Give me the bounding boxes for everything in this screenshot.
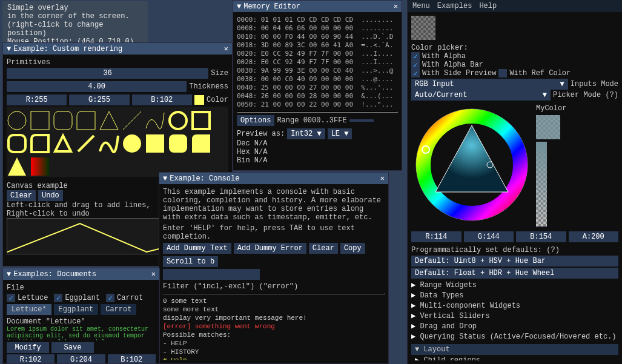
goto-addr-input[interactable] [349, 119, 374, 122]
a-slider[interactable]: A:200 [569, 231, 619, 242]
console-line: display very important message here! [163, 314, 385, 322]
tree-data-types[interactable]: Data Types [411, 290, 618, 300]
window-documents: ▼Examples: Documents ✕ File LettuceEggpl… [2, 268, 160, 364]
chevron-down-icon: ▼ [415, 345, 423, 354]
g-slider[interactable]: G:144 [464, 231, 514, 242]
titlebar-memory-editor[interactable]: ▼Memory Editor ✕ [233, 1, 402, 12]
save-button[interactable]: Save [51, 342, 94, 353]
prog-defaults-label: Programmatically set defaults: (?) [411, 246, 618, 254]
titlebar-console[interactable]: ▼Example: Console ✕ [159, 173, 388, 184]
svg-rect-6 [31, 111, 49, 130]
svg-line-9 [123, 111, 141, 130]
chk-with-alpha-bar[interactable] [411, 61, 420, 69]
default-uint8-button[interactable]: Default: Uint8 + HSV + Hue Bar [411, 256, 618, 266]
console-help-line: Enter 'HELP' for help, press TAB to use … [163, 224, 385, 241]
undo-button[interactable]: Undo [38, 190, 63, 201]
file-menu[interactable]: File [7, 283, 156, 292]
alpha-bar[interactable] [536, 142, 547, 227]
tree-multi-component-widgets[interactable]: Multi-component Widgets [411, 300, 618, 311]
endian-combo[interactable]: LE ▼ [328, 128, 352, 139]
titlebar-documents[interactable]: ▼Examples: Documents ✕ [3, 268, 159, 280]
console-line: [error] something went wrong [163, 322, 385, 331]
clear-button[interactable]: Clear [309, 243, 338, 254]
roundsome-shape [30, 133, 50, 154]
options-button[interactable]: Options [237, 115, 274, 126]
menu-examples[interactable]: Examples [437, 2, 472, 10]
tab-lettuce[interactable]: Lettuce* [7, 304, 51, 315]
close-icon[interactable]: ✕ [224, 44, 228, 53]
b-slider[interactable]: B:154 [516, 231, 566, 242]
doc-b-slider[interactable]: B:102 [108, 354, 156, 363]
tab-eggplant[interactable]: Eggplant [54, 304, 99, 315]
tree-querying-status-active-focused-hovered-etc-[interactable]: Querying Status (Active/Focused/Hovered … [411, 331, 618, 342]
clear-button[interactable]: Clear [7, 190, 36, 201]
chevron-down-icon: ▼ [7, 45, 11, 53]
thickness-slider[interactable]: 4.00 [7, 81, 187, 92]
close-icon[interactable]: ✕ [380, 174, 385, 183]
hue-wheel[interactable] [411, 104, 532, 225]
chk-carrot[interactable] [106, 294, 114, 302]
mycolor-label: MyColor [536, 104, 566, 113]
r-field[interactable]: R:255 [7, 94, 67, 105]
svg-rect-17 [169, 134, 187, 153]
overlay-line: Simple overlay [7, 4, 143, 12]
close-icon[interactable]: ✕ [151, 270, 156, 279]
endian-value: LE [331, 130, 340, 138]
tree-drag-and-drop[interactable]: Drag and Drop [411, 321, 618, 331]
mycolor-preview[interactable] [536, 115, 560, 139]
size-label: Size [211, 69, 228, 78]
picker-mode-value: Auto/Current [415, 91, 467, 99]
titlebar-custom-rendering[interactable]: ▼Example: Custom rendering ✕ [3, 43, 232, 55]
console-log[interactable]: 0 some textsome more textdisplay very im… [163, 297, 385, 360]
chevron-down-icon: ▼ [237, 2, 241, 11]
gradient-rect [30, 156, 50, 177]
console-line: Possible matches: [163, 331, 385, 339]
picker-mode-combo[interactable]: Auto/Current▼ [411, 90, 551, 101]
chk-side-preview[interactable] [411, 69, 420, 78]
preview-type-combo[interactable]: Int32 ▼ [287, 128, 325, 139]
svg-rect-19 [31, 157, 49, 176]
filter-hint: Filter ("incl,-excl") ("error") [163, 282, 298, 291]
chk-label: Carrot [117, 294, 143, 302]
scroll-bottom-button[interactable]: Scroll to b [163, 256, 218, 267]
menu-help[interactable]: Help [479, 2, 497, 10]
menu-menu[interactable]: Menu [412, 2, 430, 10]
overlay-line: (right-click to change position) [7, 21, 143, 38]
svg-marker-8 [100, 111, 118, 130]
size-slider[interactable]: 36 [7, 68, 208, 79]
tree-range-widgets[interactable]: Range Widgets [411, 280, 618, 290]
close-icon[interactable]: ✕ [394, 2, 398, 11]
color-picker-label: Color picker: [411, 44, 618, 52]
doc-r-slider[interactable]: R:102 [7, 354, 55, 363]
chk-ref-color[interactable] [498, 69, 507, 78]
filter-input[interactable] [163, 269, 260, 280]
copy-button[interactable]: Copy [340, 243, 365, 254]
doc-g-slider[interactable]: G:204 [57, 354, 105, 363]
roundsome-filled [191, 133, 211, 154]
svg-marker-18 [8, 157, 26, 176]
r-slider[interactable]: R:114 [411, 231, 462, 242]
add-dummy-text-button[interactable]: Add Dummy Text [163, 243, 231, 254]
tree-child-regions[interactable]: Child regions [415, 355, 618, 360]
circle-shape [7, 110, 27, 131]
color-swatch[interactable] [194, 95, 204, 105]
bezier-shape [145, 110, 165, 131]
memory-hex-view[interactable]: 0000: 01 01 01 CD CD CD CD CD ........ 0… [237, 16, 398, 109]
inputs-mode-combo[interactable]: RGB Input▼ [411, 79, 568, 90]
add-dummy-error-button[interactable]: Add Dummy Error [234, 243, 306, 254]
b-field[interactable]: B:102 [132, 94, 192, 105]
tab-carrot[interactable]: Carrot [101, 304, 136, 315]
modify-button[interactable]: Modify [7, 342, 49, 353]
tree-vertical-sliders[interactable]: Vertical Sliders [411, 311, 618, 321]
chk-with-alpha[interactable] [411, 52, 420, 61]
default-float-button[interactable]: Default: Float + HDR + Hue Wheel [411, 268, 618, 279]
svg-line-14 [78, 136, 94, 151]
rect-shape [30, 110, 50, 131]
chk-lettuce[interactable] [7, 294, 15, 302]
lbl-with-alpha-bar: With Alpha Bar [422, 61, 483, 69]
chk-eggplant[interactable] [54, 294, 62, 302]
title-memory-editor: Memory Editor [243, 2, 300, 11]
color-swatch-preview[interactable] [411, 16, 435, 40]
g-field[interactable]: G:255 [69, 94, 129, 105]
layout-header[interactable]: ▼ Layout [411, 344, 618, 355]
